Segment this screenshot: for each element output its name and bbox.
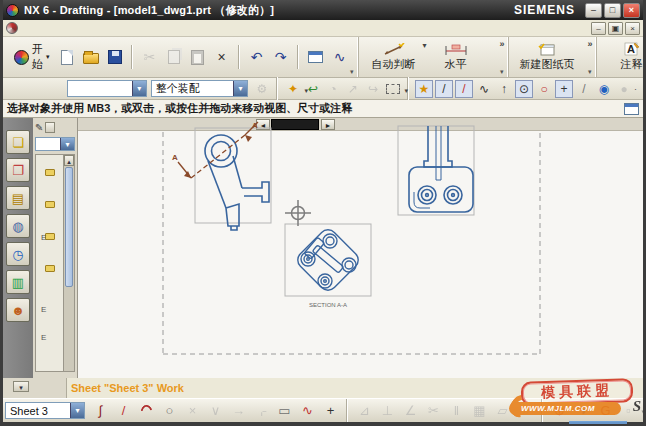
- maximize-button[interactable]: □: [604, 3, 621, 18]
- group-overflow-icon[interactable]: »: [500, 39, 505, 49]
- undo-icon[interactable]: ↶: [246, 46, 268, 68]
- type-filter-dropdown-icon[interactable]: ▾: [132, 81, 146, 96]
- inferred-dimension-button[interactable]: 自动判断: [365, 39, 423, 75]
- selection-scope-dropdown-icon[interactable]: ▾: [233, 81, 247, 96]
- palettes-tab[interactable]: ▥: [6, 270, 30, 294]
- mdi-close-button[interactable]: ×: [625, 22, 640, 35]
- palette-folder-icon[interactable]: [39, 161, 61, 183]
- show-hide-icon[interactable]: ◑: [572, 401, 593, 421]
- palette-scroll-thumb[interactable]: [65, 167, 73, 287]
- palette-header-button[interactable]: [45, 122, 55, 133]
- palette-combo-dropdown-icon[interactable]: ▾: [60, 138, 74, 150]
- line-icon[interactable]: /: [113, 401, 134, 421]
- roles-tab[interactable]: ☻: [6, 298, 30, 322]
- palette-folder-icon[interactable]: [39, 257, 61, 279]
- existing-point-snap-icon[interactable]: +: [555, 80, 573, 98]
- menu-edit[interactable]: [32, 27, 42, 29]
- drawing-view-front[interactable]: A A: [172, 121, 271, 230]
- menu-window[interactable]: [122, 27, 132, 29]
- palette-combo[interactable]: ▾: [35, 137, 75, 151]
- save-icon[interactable]: [104, 46, 126, 68]
- dropdown-arrow-icon[interactable]: ▾: [641, 408, 645, 416]
- drawing-view-top[interactable]: [398, 126, 474, 215]
- note-button[interactable]: A 注释: [603, 39, 646, 75]
- sheet-combo-dropdown-icon[interactable]: ▾: [70, 403, 84, 418]
- prompt-text: 选择对象并使用 MB3，或双击，或按住并拖动来移动视图、尺寸或注释: [7, 101, 352, 116]
- menu-file[interactable]: [22, 27, 32, 29]
- nx-start-icon: [14, 50, 29, 65]
- selection-scope-combo[interactable]: 整个装配 ▾: [151, 80, 248, 97]
- group-overflow-icon[interactable]: »: [588, 39, 593, 49]
- reuse-library-tab[interactable]: ◍: [6, 214, 30, 238]
- snap-point-tool-icon[interactable]: ⊕: [549, 401, 570, 421]
- point-icon[interactable]: +: [320, 401, 341, 421]
- palette-pencil-icon[interactable]: ✎: [35, 122, 43, 133]
- graphics-window[interactable]: ◄ ►: [78, 118, 643, 378]
- part-navigator-tab[interactable]: ▤: [6, 186, 30, 210]
- close-button[interactable]: ×: [623, 3, 640, 18]
- group-flyout-icon[interactable]: ▾: [500, 68, 504, 76]
- menu-view[interactable]: [42, 27, 52, 29]
- menu-analysis[interactable]: [102, 27, 112, 29]
- view-origin-crosshair-icon[interactable]: [285, 200, 311, 226]
- mdi-restore-button[interactable]: ▣: [608, 22, 623, 35]
- palette-scrollbar[interactable]: ▴: [63, 155, 74, 371]
- menu-assemblies[interactable]: [82, 27, 92, 29]
- minimize-button[interactable]: –: [585, 3, 602, 18]
- constraint-navigator-tab[interactable]: ❐: [6, 158, 30, 182]
- dropdown-arrow-icon[interactable]: ▾: [404, 87, 408, 95]
- quadrant-snap-icon[interactable]: ○: [535, 80, 553, 98]
- midpoint-snap-icon[interactable]: /: [455, 80, 473, 98]
- horizontal-dimension-button[interactable]: 水平: [427, 39, 485, 75]
- circle-icon[interactable]: ○: [159, 401, 180, 421]
- prompt-window-icon[interactable]: [624, 103, 639, 115]
- paste-icon: [187, 46, 209, 68]
- arc-icon[interactable]: [136, 401, 157, 421]
- siemens-brand: SIEMENS: [514, 3, 575, 17]
- palette-folder-icon[interactable]: [39, 193, 61, 215]
- point-on-surface-snap-icon[interactable]: ◉: [595, 80, 613, 98]
- offset-curve-icon[interactable]: G: [595, 401, 616, 421]
- selection-bar-overflow-icon[interactable]: ·: [634, 84, 637, 94]
- menu-information[interactable]: [92, 27, 102, 29]
- delete-icon[interactable]: ×: [211, 46, 233, 68]
- control-point-snap-icon[interactable]: ∿: [475, 80, 493, 98]
- auto-constrain-icon: ⊿: [354, 401, 375, 421]
- menu-help[interactable]: [132, 27, 142, 29]
- info-window-icon[interactable]: [305, 46, 327, 68]
- mdi-minimize-button[interactable]: –: [591, 22, 606, 35]
- endpoint-snap-icon[interactable]: /: [435, 80, 453, 98]
- menu-tools[interactable]: [72, 27, 82, 29]
- palette-scroll-up-icon[interactable]: ▴: [64, 155, 74, 166]
- rectangle-icon[interactable]: ▭: [274, 401, 295, 421]
- command-finder-icon[interactable]: ∿: [329, 46, 351, 68]
- studio-spline-icon[interactable]: ∿: [297, 401, 318, 421]
- drawing-canvas[interactable]: A A: [78, 118, 643, 378]
- open-icon[interactable]: [80, 46, 102, 68]
- new-sheet-button[interactable]: 新建图纸页: [515, 39, 580, 75]
- filter-star-icon[interactable]: ✦▾: [284, 80, 302, 98]
- drawing-view-section[interactable]: SECTION A-A: [285, 200, 371, 308]
- menu-insert[interactable]: [52, 27, 62, 29]
- section-line[interactable]: [178, 122, 258, 178]
- assembly-navigator-tab[interactable]: ❏: [6, 130, 30, 154]
- profile-icon[interactable]: ∫: [90, 401, 111, 421]
- revert-selection-icon[interactable]: ↩: [304, 80, 322, 98]
- palette-scroll-down-icon[interactable]: ▾: [13, 381, 29, 392]
- group-flyout-icon[interactable]: ▾: [350, 68, 354, 76]
- arc-center-snap-icon[interactable]: ⊙: [515, 80, 533, 98]
- history-tab[interactable]: ◷: [6, 242, 30, 266]
- menu-format[interactable]: [62, 27, 72, 29]
- snap-point-enable-icon[interactable]: ★: [415, 80, 433, 98]
- point-on-curve-snap-icon[interactable]: /: [575, 80, 593, 98]
- lasso-icon[interactable]: ▾: [384, 80, 402, 98]
- type-filter-combo[interactable]: ▾: [67, 80, 147, 97]
- sheet-combo[interactable]: Sheet 3 ▾: [5, 402, 85, 419]
- redo-icon[interactable]: ↷: [270, 46, 292, 68]
- group-flyout-icon[interactable]: ▾: [588, 68, 592, 76]
- menu-preferences[interactable]: [112, 27, 122, 29]
- status-row: ▾ Sheet "Sheet 3" Work: [3, 378, 643, 398]
- intersection-snap-icon[interactable]: ↑: [495, 80, 513, 98]
- new-file-icon[interactable]: [56, 46, 78, 68]
- start-button[interactable]: 开始 ▾: [9, 39, 55, 75]
